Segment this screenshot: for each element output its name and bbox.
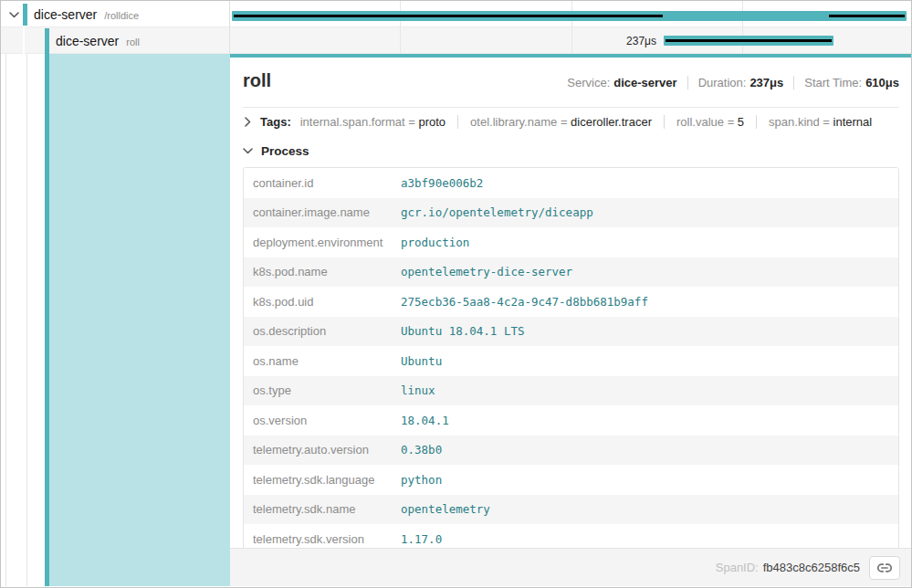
deep-link-button[interactable] [869, 556, 900, 580]
tag-key: span.kind [769, 115, 820, 129]
meta-item: Start Time:610μs [793, 76, 899, 89]
child-span-bar[interactable] [664, 36, 833, 46]
process-value: 0.38b0 [397, 443, 442, 457]
meta-label: Service: [567, 76, 610, 89]
process-key: os.name [244, 354, 397, 368]
child-span-name[interactable]: dice-serverroll [56, 34, 140, 48]
spanid-value: fb483c8c6258f6c5 [763, 561, 860, 574]
table-row: container.image.name gcr.io/opentelemetr… [244, 198, 898, 228]
process-value: 275ecb36-5aa8-4c2a-9c47-d8bb681b9aff [397, 295, 648, 309]
process-value: 18.04.1 [397, 414, 449, 427]
root-service-color-bar [23, 4, 27, 26]
indent-guide [5, 54, 6, 586]
process-key: container.image.name [244, 205, 397, 219]
child-span-duration-label: 237μs [567, 35, 656, 47]
spanid-label: SpanID: [716, 561, 759, 574]
tag-item: span.kind = internal [756, 115, 872, 129]
table-row: container.id a3bf90e006b2 [244, 168, 898, 198]
process-key-values-table: container.id a3bf90e006b2 container.imag… [243, 167, 899, 555]
tags-summary: internal.span.format = proto otel.librar… [300, 115, 873, 129]
span-detail-header: roll Service:dice-server Duration:237μs … [230, 58, 912, 100]
process-key: telemetry.auto.version [244, 443, 397, 457]
tag-value: internal [833, 115, 873, 129]
process-label: Process [261, 144, 309, 158]
root-service-name: dice-server [34, 7, 97, 22]
table-row: os.version 18.04.1 [244, 405, 898, 436]
indent-guide [23, 27, 25, 54]
tag-key: otel.library.name [470, 115, 557, 129]
table-row: os.description Ubuntu 18.04.1 LTS [244, 317, 898, 347]
process-value: 1.17.0 [397, 532, 442, 546]
trace-timeline-viewer: dice-server/rolldice dice-serverroll 237… [0, 0, 912, 588]
meta-label: Duration: [698, 76, 747, 89]
tag-value: 5 [738, 115, 744, 129]
table-row: telemetry.sdk.name opentelemetry [244, 495, 898, 525]
process-value: gcr.io/opentelemetry/diceapp [397, 205, 593, 219]
tag-key: roll.value [676, 115, 724, 129]
root-operation-name: /rolldice [104, 10, 139, 21]
table-row: k8s.pod.name opentelemetry-dice-server [244, 257, 898, 288]
chevron-down-icon [9, 12, 19, 18]
root-collapse-toggle[interactable] [7, 8, 20, 21]
indent-guide [26, 54, 27, 586]
span-detail-panel: roll Service:dice-server Duration:237μs … [230, 54, 912, 586]
process-value: opentelemetry [397, 502, 490, 516]
table-row: telemetry.sdk.language python [244, 465, 898, 495]
tag-equals: = [408, 115, 415, 129]
table-row: k8s.pod.uid 275ecb36-5aa8-4c2a-9c47-d8bb… [244, 287, 898, 317]
tags-label: Tags: [260, 115, 291, 129]
process-key: telemetry.sdk.language [244, 473, 397, 487]
meta-item: Service:dice-server [567, 76, 676, 89]
tag-key: internal.span.format [300, 115, 405, 129]
process-key: deployment.environment [244, 236, 397, 249]
span-detail-meta: Service:dice-server Duration:237μs Start… [567, 76, 899, 89]
process-key: k8s.pod.uid [244, 295, 397, 309]
tag-value: diceroller.tracer [571, 115, 652, 129]
tags-accordion-header[interactable]: Tags: internal.span.format = proto otel.… [243, 108, 899, 136]
tag-equals: = [823, 115, 830, 129]
selected-span-highlight-block[interactable] [45, 54, 230, 586]
meta-label: Start Time: [804, 76, 862, 89]
child-span-bar-segment [666, 39, 832, 42]
process-value: opentelemetry-dice-server [397, 265, 572, 278]
tag-equals: = [728, 115, 735, 129]
meta-value: dice-server [613, 76, 676, 89]
tag-equals: = [561, 115, 568, 129]
tag-value: proto [418, 115, 446, 129]
process-value: a3bf90e006b2 [397, 176, 483, 190]
tag-item: otel.library.name = diceroller.tracer [457, 115, 652, 129]
tag-item: internal.span.format = proto [300, 115, 446, 129]
process-key: telemetry.sdk.name [244, 502, 397, 516]
process-key: k8s.pod.name [244, 265, 397, 278]
process-value: Ubuntu 18.04.1 LTS [397, 324, 524, 338]
link-icon [877, 562, 892, 573]
process-key: os.description [244, 324, 397, 338]
column-resizer[interactable] [229, 1, 230, 54]
table-row: telemetry.auto.version 0.38b0 [244, 436, 898, 466]
process-value: production [397, 236, 469, 249]
span-detail-footer: SpanID: fb483c8c6258f6c5 [230, 548, 912, 586]
root-span-name[interactable]: dice-server/rolldice [34, 7, 139, 22]
process-value: linux [397, 383, 435, 397]
table-row: deployment.environment production [244, 227, 898, 257]
process-value: python [397, 473, 442, 487]
meta-value: 610μs [865, 76, 899, 89]
meta-value: 237μs [750, 76, 783, 89]
root-span-bar-self-segment [829, 15, 905, 17]
tag-item: roll.value = 5 [664, 115, 744, 129]
selected-span-color-stripe [45, 28, 49, 586]
timeline-gridline [400, 1, 401, 54]
span-detail-title: roll [243, 69, 271, 91]
child-operation-name: roll [126, 37, 140, 47]
chevron-right-icon [245, 117, 251, 127]
meta-item: Duration:237μs [687, 76, 784, 89]
process-accordion-header[interactable]: Process [243, 138, 899, 163]
child-service-name: dice-server [56, 34, 119, 48]
root-span-bar[interactable] [232, 11, 907, 21]
process-key: os.version [244, 414, 397, 427]
chevron-down-icon [243, 148, 253, 154]
process-key: telemetry.sdk.version [244, 532, 397, 546]
table-row: os.type linux [244, 376, 898, 406]
table-row: os.name Ubuntu [244, 346, 898, 376]
root-span-bar-self-segment [234, 15, 663, 17]
